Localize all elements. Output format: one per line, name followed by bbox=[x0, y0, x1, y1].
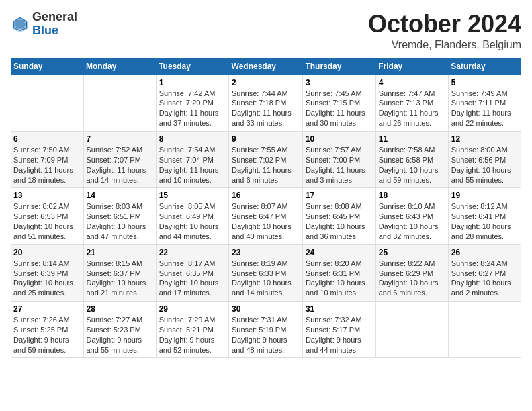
day-number: 19 bbox=[451, 191, 519, 200]
day-number: 28 bbox=[87, 304, 153, 314]
day-number: 21 bbox=[87, 248, 153, 257]
day-info: Sunrise: 8:12 AMSunset: 6:41 PMDaylight:… bbox=[451, 202, 511, 240]
calendar-cell: 8Sunrise: 7:54 AMSunset: 7:04 PMDaylight… bbox=[156, 131, 228, 187]
day-info: Sunrise: 7:52 AMSunset: 7:07 PMDaylight:… bbox=[87, 146, 146, 184]
location: Vremde, Flanders, Belgium bbox=[368, 39, 521, 51]
weekday-header: Sunday bbox=[11, 58, 83, 75]
logo-text: General Blue bbox=[32, 11, 77, 38]
day-info: Sunrise: 8:08 AMSunset: 6:45 PMDaylight:… bbox=[306, 202, 365, 240]
calendar-cell: 29Sunrise: 7:29 AMSunset: 5:21 PMDayligh… bbox=[156, 302, 228, 358]
week-row: 6Sunrise: 7:50 AMSunset: 7:09 PMDaylight… bbox=[11, 131, 521, 187]
day-number: 5 bbox=[451, 78, 519, 87]
day-number: 14 bbox=[87, 191, 153, 200]
day-info: Sunrise: 7:44 AMSunset: 7:18 PMDaylight:… bbox=[232, 89, 292, 128]
day-number: 22 bbox=[159, 248, 226, 257]
day-info: Sunrise: 7:54 AMSunset: 7:04 PMDaylight:… bbox=[159, 146, 219, 184]
calendar-cell: 25Sunrise: 8:22 AMSunset: 6:29 PMDayligh… bbox=[375, 244, 448, 301]
calendar-cell: 20Sunrise: 8:14 AMSunset: 6:39 PMDayligh… bbox=[11, 244, 83, 301]
day-info: Sunrise: 7:26 AMSunset: 5:25 PMDaylight:… bbox=[13, 316, 70, 354]
day-number: 27 bbox=[13, 304, 81, 314]
calendar-cell: 13Sunrise: 8:02 AMSunset: 6:53 PMDayligh… bbox=[11, 188, 83, 244]
day-number: 18 bbox=[379, 191, 445, 200]
calendar-cell: 26Sunrise: 8:24 AMSunset: 6:27 PMDayligh… bbox=[448, 244, 521, 301]
day-info: Sunrise: 7:27 AMSunset: 5:23 PMDaylight:… bbox=[87, 316, 143, 354]
month-year: October 2024 bbox=[368, 11, 521, 38]
day-info: Sunrise: 7:42 AMSunset: 7:20 PMDaylight:… bbox=[159, 89, 219, 128]
calendar-cell: 31Sunrise: 7:32 AMSunset: 5:17 PMDayligh… bbox=[302, 302, 375, 358]
day-number: 26 bbox=[451, 248, 519, 257]
week-row: 27Sunrise: 7:26 AMSunset: 5:25 PMDayligh… bbox=[11, 302, 521, 358]
calendar-cell: 16Sunrise: 8:07 AMSunset: 6:47 PMDayligh… bbox=[229, 188, 303, 244]
day-number: 29 bbox=[159, 304, 226, 314]
calendar-cell: 18Sunrise: 8:10 AMSunset: 6:43 PMDayligh… bbox=[375, 188, 448, 244]
day-info: Sunrise: 8:19 AMSunset: 6:33 PMDaylight:… bbox=[232, 259, 292, 298]
weekday-header: Thursday bbox=[302, 58, 375, 75]
weekday-header: Monday bbox=[83, 58, 156, 75]
logo-icon bbox=[11, 15, 30, 34]
page-header: General Blue October 2024 Vremde, Flande… bbox=[11, 11, 521, 51]
day-info: Sunrise: 8:14 AMSunset: 6:39 PMDaylight:… bbox=[13, 259, 73, 298]
weekday-header: Tuesday bbox=[156, 58, 228, 75]
calendar-cell: 24Sunrise: 8:20 AMSunset: 6:31 PMDayligh… bbox=[302, 244, 375, 301]
calendar-cell bbox=[83, 75, 156, 132]
calendar-cell: 21Sunrise: 8:15 AMSunset: 6:37 PMDayligh… bbox=[83, 244, 156, 301]
day-number: 16 bbox=[232, 191, 300, 200]
day-info: Sunrise: 8:22 AMSunset: 6:29 PMDaylight:… bbox=[379, 259, 439, 298]
day-info: Sunrise: 7:50 AMSunset: 7:09 PMDaylight:… bbox=[13, 146, 73, 184]
day-info: Sunrise: 8:05 AMSunset: 6:49 PMDaylight:… bbox=[159, 202, 219, 240]
logo: General Blue bbox=[11, 11, 77, 38]
day-info: Sunrise: 7:58 AMSunset: 6:58 PMDaylight:… bbox=[379, 146, 439, 184]
calendar-cell bbox=[448, 302, 521, 358]
calendar-cell: 14Sunrise: 8:03 AMSunset: 6:51 PMDayligh… bbox=[83, 188, 156, 244]
day-info: Sunrise: 8:20 AMSunset: 6:31 PMDaylight:… bbox=[306, 259, 365, 298]
day-number: 31 bbox=[306, 304, 373, 314]
day-info: Sunrise: 8:24 AMSunset: 6:27 PMDaylight:… bbox=[451, 259, 511, 298]
day-info: Sunrise: 8:07 AMSunset: 6:47 PMDaylight:… bbox=[232, 202, 292, 240]
calendar-cell: 23Sunrise: 8:19 AMSunset: 6:33 PMDayligh… bbox=[229, 244, 303, 301]
logo-blue: Blue bbox=[32, 24, 58, 37]
day-info: Sunrise: 7:57 AMSunset: 7:00 PMDaylight:… bbox=[306, 146, 365, 184]
day-number: 25 bbox=[379, 248, 445, 257]
calendar-table: SundayMondayTuesdayWednesdayThursdayFrid… bbox=[11, 58, 521, 359]
day-info: Sunrise: 8:17 AMSunset: 6:35 PMDaylight:… bbox=[159, 259, 219, 298]
day-number: 3 bbox=[306, 78, 373, 87]
calendar-cell: 6Sunrise: 7:50 AMSunset: 7:09 PMDaylight… bbox=[11, 131, 83, 187]
calendar-cell: 1Sunrise: 7:42 AMSunset: 7:20 PMDaylight… bbox=[156, 75, 228, 132]
calendar-cell: 19Sunrise: 8:12 AMSunset: 6:41 PMDayligh… bbox=[448, 188, 521, 244]
day-number: 4 bbox=[379, 78, 445, 87]
calendar-cell: 3Sunrise: 7:45 AMSunset: 7:15 PMDaylight… bbox=[302, 75, 375, 132]
day-number: 12 bbox=[451, 134, 519, 144]
calendar-cell: 10Sunrise: 7:57 AMSunset: 7:00 PMDayligh… bbox=[302, 131, 375, 187]
logo-general: General bbox=[32, 10, 77, 24]
calendar-cell: 22Sunrise: 8:17 AMSunset: 6:35 PMDayligh… bbox=[156, 244, 228, 301]
day-info: Sunrise: 7:47 AMSunset: 7:13 PMDaylight:… bbox=[379, 89, 439, 128]
calendar-cell: 7Sunrise: 7:52 AMSunset: 7:07 PMDaylight… bbox=[83, 131, 156, 187]
day-info: Sunrise: 7:45 AMSunset: 7:15 PMDaylight:… bbox=[306, 89, 365, 128]
day-number: 9 bbox=[232, 134, 300, 144]
weekday-header: Friday bbox=[375, 58, 448, 75]
day-number: 7 bbox=[87, 134, 153, 144]
calendar-cell: 15Sunrise: 8:05 AMSunset: 6:49 PMDayligh… bbox=[156, 188, 228, 244]
day-number: 13 bbox=[13, 191, 81, 200]
day-info: Sunrise: 8:15 AMSunset: 6:37 PMDaylight:… bbox=[87, 259, 146, 298]
weekday-header-row: SundayMondayTuesdayWednesdayThursdayFrid… bbox=[11, 58, 521, 75]
day-number: 6 bbox=[13, 134, 81, 144]
day-info: Sunrise: 8:10 AMSunset: 6:43 PMDaylight:… bbox=[379, 202, 439, 240]
title-area: October 2024 Vremde, Flanders, Belgium bbox=[368, 11, 521, 51]
calendar-cell: 30Sunrise: 7:31 AMSunset: 5:19 PMDayligh… bbox=[229, 302, 303, 358]
day-number: 1 bbox=[159, 78, 226, 87]
day-number: 20 bbox=[13, 248, 81, 257]
day-number: 10 bbox=[306, 134, 373, 144]
calendar-cell: 5Sunrise: 7:49 AMSunset: 7:11 PMDaylight… bbox=[448, 75, 521, 132]
calendar-cell: 12Sunrise: 8:00 AMSunset: 6:56 PMDayligh… bbox=[448, 131, 521, 187]
day-info: Sunrise: 8:03 AMSunset: 6:51 PMDaylight:… bbox=[87, 202, 146, 240]
calendar-cell bbox=[375, 302, 448, 358]
day-number: 8 bbox=[159, 134, 226, 144]
day-info: Sunrise: 8:00 AMSunset: 6:56 PMDaylight:… bbox=[451, 146, 511, 184]
weekday-header: Saturday bbox=[448, 58, 521, 75]
day-number: 24 bbox=[306, 248, 373, 257]
calendar-cell: 9Sunrise: 7:55 AMSunset: 7:02 PMDaylight… bbox=[229, 131, 303, 187]
calendar-cell: 28Sunrise: 7:27 AMSunset: 5:23 PMDayligh… bbox=[83, 302, 156, 358]
day-info: Sunrise: 7:55 AMSunset: 7:02 PMDaylight:… bbox=[232, 146, 292, 184]
day-info: Sunrise: 7:29 AMSunset: 5:21 PMDaylight:… bbox=[159, 316, 216, 354]
